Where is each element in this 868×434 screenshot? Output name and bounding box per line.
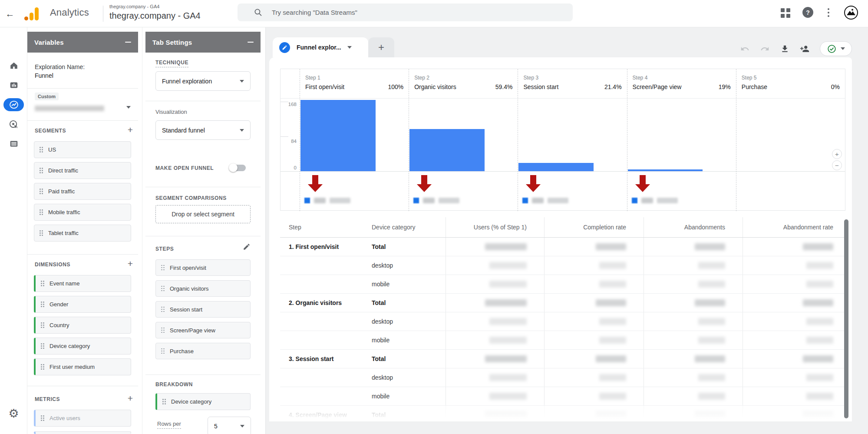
help-icon[interactable]: ? [802,7,813,18]
funnel-bar[interactable] [628,169,703,171]
table-row: 2. Organic visitors Total [280,294,845,312]
pencil-icon [243,243,251,251]
funnel-bar[interactable] [518,163,594,171]
abandonment-rate-cell-redacted [743,312,845,331]
panel-divider [142,27,142,434]
funnel-column[interactable]: Step 4 Screen/Page view 19% [627,69,736,211]
redacted-text [532,198,544,203]
share-users-button[interactable] [800,44,809,53]
funnel-column[interactable]: Step 5 Purchase 0% [736,69,845,211]
nav-explore-active[interactable] [3,98,24,111]
zoom-out-button[interactable]: − [832,160,842,170]
breadcrumb-small: thegray.company - GA4 [109,4,159,9]
kebab-menu-icon[interactable] [825,7,832,18]
nav-library[interactable] [0,136,27,151]
redacted-text [330,198,350,203]
breadcrumb[interactable]: thegray.company - GA4 [109,11,201,21]
segment-chip[interactable]: Mobile traffic [34,204,131,221]
metric-chip-partial[interactable] [34,431,131,434]
segment-chip[interactable]: Paid traffic [34,183,131,200]
completion-cell-redacted [544,331,644,349]
download-button[interactable] [780,44,789,53]
search-input[interactable]: Try searching "Data Streams" [238,3,573,21]
technique-select[interactable]: Funnel exploration [155,71,251,91]
funnel-bar[interactable] [409,129,485,171]
tab-funnel-exploration[interactable]: Funnel explor... [273,37,368,57]
col-header-step: Step [280,224,370,231]
funnel-column[interactable]: Step 1 First open/visit 100% [300,69,409,211]
table-row: desktop [280,256,845,275]
segment-chip[interactable]: Tablet traffic [34,225,131,242]
step-chip[interactable]: Purchase [155,343,251,359]
redo-button[interactable] [760,44,769,53]
search-icon [254,8,262,17]
funnel-column[interactable]: Step 2 Organic visitors 59.4% [409,69,518,211]
ga4-explore-screen: ← Analytics thegray.company - GA4 thegra… [0,0,868,434]
minimize-icon[interactable] [125,42,131,43]
edit-steps-button[interactable] [243,243,251,251]
open-funnel-label: MAKE OPEN FUNNEL [155,165,214,171]
step-chip[interactable]: Screen/Page view [155,322,251,338]
add-dimension-button[interactable]: + [125,259,135,269]
abandonment-rate-cell-redacted [743,294,845,312]
step-chip[interactable]: Session start [155,301,251,318]
metrics-list: Active users [34,410,131,431]
dimension-chip[interactable]: Event name [34,275,131,292]
nav-home[interactable] [0,58,27,73]
step-cell: 2. Organic visitors [280,299,370,306]
analytics-logo-icon [24,6,40,22]
segment-chip[interactable]: Direct traffic [34,162,131,179]
nav-advertising[interactable] [0,117,27,132]
new-tab-button[interactable]: + [368,37,394,57]
exploration-card: 168 84 0 Step 1 First open/visit 100% [269,57,852,421]
dimension-chip[interactable]: Gender [34,296,131,313]
add-segment-button[interactable]: + [125,126,135,135]
account-avatar[interactable] [844,6,858,20]
chevron-down-icon [841,47,845,50]
zoom-in-button[interactable]: + [832,149,842,159]
minimize-icon[interactable] [248,42,254,43]
step-name-label: Organic visitors [414,83,456,90]
nav-reports[interactable] [0,78,27,93]
step-chip[interactable]: Organic visitors [155,280,251,297]
rows-per-label: Rows per [157,421,181,429]
rows-per-select[interactable]: 5 [208,417,251,434]
chevron-down-icon[interactable] [126,106,131,109]
segment-chip[interactable]: US [34,141,131,158]
nav-admin[interactable]: ⚙ [0,406,27,421]
visualization-select[interactable]: Standard funnel [155,120,251,140]
step-percent-label: 59.4% [495,83,513,90]
legend-swatch [413,198,419,203]
exploration-name-label: Exploration Name: [35,63,85,70]
exploration-name-value[interactable]: Funnel [35,72,53,79]
dimension-chip[interactable]: Country [34,317,131,334]
step-percent-label: 21.4% [604,83,622,90]
drag-handle-icon [161,265,165,271]
dimension-chip[interactable]: First user medium [34,358,131,375]
abandonments-cell-redacted [644,406,743,421]
metric-chip[interactable]: Active users [34,410,131,427]
vertical-scrollbar[interactable] [844,219,848,418]
breakdown-chip[interactable]: Device category [155,393,251,410]
funnel-column[interactable]: Step 3 Session start 21.4% [518,69,627,211]
completion-cell-redacted [544,275,644,293]
add-metric-button[interactable]: + [125,394,135,404]
table-row: desktop [280,312,845,331]
step-number-label: Step 4 [633,75,648,81]
date-range-value-redacted[interactable] [35,106,104,111]
date-range-badge: Custom [35,93,59,100]
visualization-value: Standard funnel [162,127,205,134]
open-funnel-toggle[interactable] [230,165,246,171]
chevron-down-icon[interactable] [347,46,352,49]
segment-comparisons-label: SEGMENT COMPARISONS [155,195,227,201]
save-status-button[interactable] [820,41,852,56]
apps-grid-icon[interactable] [781,8,792,19]
drop-segment-zone[interactable]: Drop or select segment [155,205,251,223]
back-button[interactable]: ← [3,7,17,20]
undo-button[interactable] [740,44,749,53]
funnel-bar[interactable] [300,100,376,171]
dimension-chip[interactable]: Device category [34,338,131,354]
users-cell-redacted [446,368,544,387]
table-row: 3. Session start Total [280,350,845,368]
step-chip[interactable]: First open/visit [155,259,251,276]
